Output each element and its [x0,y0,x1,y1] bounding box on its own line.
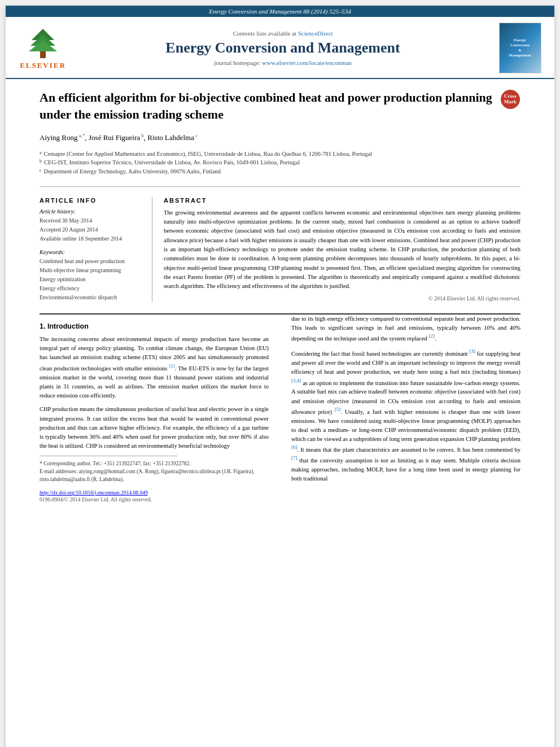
ref-34: [3,4] [291,378,301,383]
author-1-name: Aiying Rong [40,134,78,142]
header-right: EnergyConversion&Management [495,23,545,73]
keyword-5: Environmental/economic dispatch [40,293,141,302]
email-label: E-mail addresses: [40,469,77,474]
history-accepted: Accepted 20 August 2014 [40,225,141,234]
footnote-emails: E-mail addresses: aiying.rong@hotmail.co… [40,468,269,484]
author-3-sup: c [194,133,198,138]
journal-url[interactable]: www.elsevier.com/locate/enconman [262,59,352,66]
intro-para-1: The increasing concerns about environmen… [40,335,269,400]
author-2-sup: b [140,133,144,138]
intro-para-4: Considering the fact that fossil based t… [291,348,520,483]
header-center: Contents lists available at ScienceDirec… [77,23,489,73]
journal-cover: EnergyConversion&Management [499,23,541,73]
sciencedirect-link[interactable]: ScienceDirect [298,30,333,37]
section-title: 1. Introduction [40,322,269,330]
journal-citation: Energy Conversion and Management 88 (201… [209,8,351,15]
authors-section: Aiying Rong a,*, José Rui Figueira b, Ri… [6,128,554,146]
ref-6: [6] [291,444,298,450]
article-title: An efficient algorithm for bi-objective … [40,89,520,123]
article-info-header: ARTICLE INFO [40,197,141,204]
journal-title: Energy Conversion and Management [77,39,489,56]
ref-3a: [3] [469,348,475,354]
bottom-copyright: 0196-8904/© 2014 Elsevier Ltd. All right… [6,496,554,504]
article-info-col: ARTICLE INFO Article history: Received 3… [40,197,152,302]
keywords-title: Keywords: [40,249,141,255]
affiliations-section: a Cemapre (Center for Applied Mathematic… [6,146,554,182]
doi-link[interactable]: http://dx.doi.org/10.1016/j.enconman.201… [40,490,148,496]
doi-line: http://dx.doi.org/10.1016/j.enconman.201… [6,488,554,496]
history-title: Article history: [40,208,141,215]
crossmark: CrossMark [500,89,520,110]
article-title-section: An efficient algorithm for bi-objective … [6,79,554,128]
affil-1-sup: a [40,150,42,159]
section-title-text: Introduction [47,322,89,330]
crossmark-icon: CrossMark [501,90,520,109]
abstract-copyright: © 2014 Elsevier Ltd. All rights reserved… [164,295,520,302]
cover-title: EnergyConversion&Management [509,38,531,58]
ref-1: [1] [169,363,175,369]
contents-line: Contents lists available at ScienceDirec… [77,30,489,37]
header-left: ELSEVIER [15,23,71,73]
intro-section: 1. Introduction The increasing concerns … [6,314,554,488]
affil-2-sup: b [40,158,42,167]
intro-para-3: due to its high energy efficiency compar… [291,314,520,343]
keywords-section: Keywords: Combined heat and power produc… [40,249,141,302]
abstract-text: The growing environmental awareness and … [164,208,520,291]
elsevier-text: ELSEVIER [20,61,66,70]
section-number: 1. [40,322,45,330]
affil-2-text: CEG-IST, Instituto Superior Técnico, Uni… [44,158,300,167]
affil-3-sup: c [40,167,42,176]
keyword-1: Combined heat and power production [40,257,141,266]
two-column-section: ARTICLE INFO Article history: Received 3… [6,191,554,308]
keyword-2: Multi-objective linear programming [40,266,141,275]
history-online: Available online 18 September 2014 [40,234,141,243]
affil-3-text: Department of Energy Technology, Aalto U… [44,167,221,176]
elsevier-tree-icon [20,26,65,60]
article-history: Article history: Received 30 May 2014 Ac… [40,208,141,243]
ref-7: [7] [291,455,298,461]
history-received: Received 30 May 2014 [40,216,141,225]
journal-homepage: journal homepage: www.elsevier.com/locat… [77,59,489,66]
affil-3: c Department of Energy Technology, Aalto… [40,167,520,176]
abstract-header: ABSTRACT [164,197,520,204]
keyword-4: Energy efficiency [40,284,141,293]
intro-left: 1. Introduction The increasing concerns … [40,314,280,488]
affil-2: b CEG-IST, Instituto Superior Técnico, U… [40,158,520,167]
author-1-sup: a,* [78,133,85,138]
keyword-3: Energy optimization [40,275,141,284]
footnote-divider [40,456,177,456]
ref-5: [5] [335,407,341,412]
ref-2: [2] [428,333,435,339]
header-section: ELSEVIER Contents lists available at Sci… [6,17,554,79]
affil-1: a Cemapre (Center for Applied Mathematic… [40,150,520,159]
page: Energy Conversion and Management 88 (201… [6,6,554,747]
abstract-col: ABSTRACT The growing environmental aware… [152,197,520,302]
author-3-name: Risto Lahdelma [147,134,194,142]
top-bar: Energy Conversion and Management 88 (201… [6,6,554,17]
affil-1-text: Cemapre (Center for Applied Mathematics … [44,150,372,159]
footnote-corresponding: * Corresponding author. Tel.: +351 21392… [40,460,269,468]
intro-para-2: CHP production means the simultaneous pr… [40,405,269,451]
intro-right: due to its high energy efficiency compar… [280,314,520,488]
author-2-name: José Rui Figueira [89,134,140,142]
elsevier-logo: ELSEVIER [20,26,66,70]
svg-rect-0 [40,51,46,58]
section-divider-1 [40,186,520,187]
